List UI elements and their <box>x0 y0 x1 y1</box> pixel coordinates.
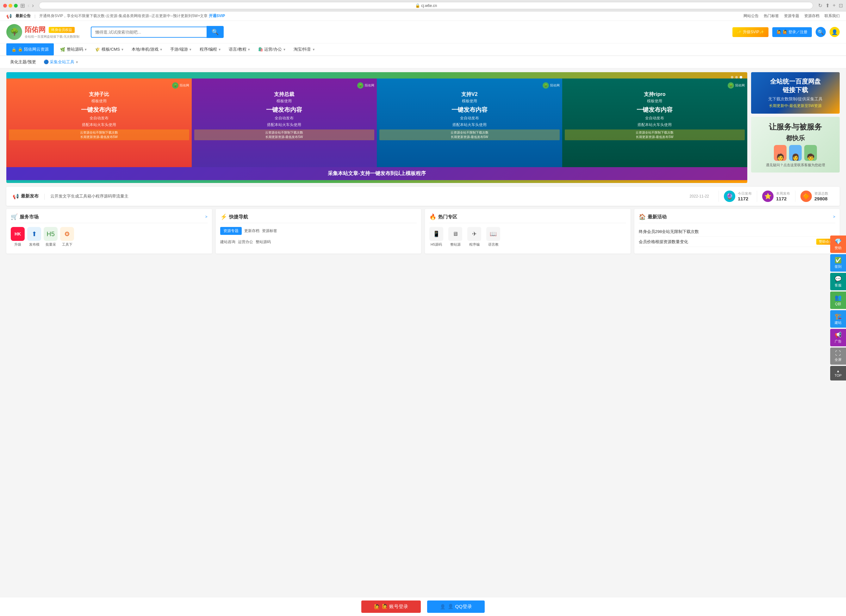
batch-icon: H5 <box>44 227 57 241</box>
ann-svip-link[interactable]: 开通SVIP <box>209 13 225 18</box>
dot-1[interactable] <box>731 76 733 78</box>
service-more[interactable]: > <box>205 215 207 219</box>
card1-main: 一键发布内容 <box>81 106 117 114</box>
card2-footer: 云资源全站不限制下载次数长期更新资源-最低发布5W <box>194 129 375 140</box>
quick-nav-link-ops[interactable]: 运营办公 <box>238 238 253 246</box>
main-nav: 🔒 🔒 陌佑网云资源 🌿 整站源码 ▼ 🌾 模板/CMS ▼ 本地/单机/游戏 … <box>0 43 846 56</box>
vip-badge: 终身会员权益 <box>49 27 75 33</box>
activity-list: 终身会员298全站无限制下载次数 会员价格根据资源数量变化 赞助会员 <box>639 227 836 247</box>
share-btn[interactable]: ⬆ <box>825 3 830 9</box>
nav-topics[interactable]: 资源专题 <box>784 13 799 19</box>
card3-footer: 云资源全站不限制下载次数长期更新资源-最低发布5W <box>379 129 560 140</box>
stat-week: ⭐ 本周发布 1172 <box>757 191 795 202</box>
service-title: 🛒 服务市场 <box>11 213 38 220</box>
activity-header: 🏠 最新活动 > <box>639 213 836 223</box>
float-sponsor-btn[interactable]: 💎 赞助 <box>830 235 846 253</box>
service-item-tools[interactable]: ⚙ 工具下 <box>60 227 74 247</box>
quick-nav-section: ⚡ 快捷导航 资源专题 更新存档 资源标签 建站咨询 运营办公 整站源码 <box>216 209 422 254</box>
nav-tags[interactable]: 热门标签 <box>764 13 779 19</box>
sidebar-toggle[interactable]: ⊞ <box>20 2 25 9</box>
activity-title: 🏠 最新活动 <box>639 213 667 220</box>
ad-box1[interactable]: 全站统一百度网盘链接下载 无下载次数限制/提供采集工具 长期更新中-最低更新至5… <box>751 72 840 114</box>
nav-item-source-code[interactable]: 🌿 整站源码 ▼ <box>56 43 91 55</box>
carousel-card-4: 🌳 陌佑网 支持ripro 模板使用 一键发布内容 全自动发布 搭配本站火车头使… <box>562 78 748 167</box>
ann-text: 开通终身SVIP，享全站不限量下载次数-云资源-集成各类网络资源--正在更新中-… <box>39 13 740 19</box>
quick-nav-btns: 资源专题 更新存档 资源标签 <box>220 227 417 235</box>
latest-icon: 📢 <box>13 193 19 199</box>
forward-btn[interactable]: › <box>32 2 34 9</box>
quick-nav-link-tags[interactable]: 资源标签 <box>262 227 277 235</box>
card4-desc1: 全自动发布 <box>645 116 664 121</box>
card3-logo: 🌳 陌佑网 <box>379 82 560 89</box>
cloud-resources-btn[interactable]: 🔒 🔒 陌佑网云资源 <box>6 43 54 55</box>
card4-title: 支持ripro <box>644 91 665 98</box>
minimize-btn[interactable] <box>9 4 12 7</box>
card2-logo: 🌳 陌佑网 <box>194 82 375 89</box>
refresh-btn[interactable]: ↻ <box>818 3 822 9</box>
search-input[interactable] <box>91 26 207 38</box>
nav-item-collect-tool[interactable]: 🔵 采集全站工具 ▼ <box>40 56 82 68</box>
nav-item-programming[interactable]: 程序/编程 ▼ <box>196 43 225 55</box>
service-item-batch[interactable]: H5 批量采 <box>44 227 57 247</box>
card1-sub: 模板使用 <box>91 99 107 104</box>
new-tab-btn[interactable]: + <box>833 3 836 9</box>
dot-2[interactable] <box>735 76 738 78</box>
card4-logo: 🌳 陌佑网 <box>565 82 745 89</box>
activity-more[interactable]: > <box>833 215 835 219</box>
nav-item-language[interactable]: 语言/教程 ▼ <box>225 43 254 55</box>
search-icon-btn[interactable]: 🔍 <box>816 27 826 37</box>
card3-sub: 模板使用 <box>462 99 477 104</box>
nav-item-cms[interactable]: 🌾 模板/CMS ▼ <box>91 43 128 55</box>
quick-nav-header: ⚡ 快捷导航 <box>220 213 417 223</box>
carousel[interactable]: 🌳 陌佑网 支持子比 模板使用 一键发布内容 全自动发布 搭配本站火车头使用 云… <box>6 72 747 183</box>
publish-label: 发布模 <box>29 242 40 247</box>
nav-item-ecommerce[interactable]: 淘宝/抖音 ▼ <box>290 43 319 55</box>
search-button[interactable]: 🔍 <box>207 26 224 38</box>
card1-footer: 云资源全站不限制下载次数长期更新资源-最低发布5W <box>9 129 189 140</box>
nav-notice[interactable]: 网站公告 <box>743 13 759 19</box>
svip-button[interactable]: ✨升级SVIP✨ <box>733 27 768 37</box>
nav-item-operations[interactable]: 🛍️ 运营/办公 ▼ <box>254 43 290 55</box>
card3-main: 一键发布内容 <box>451 106 488 114</box>
back-btn[interactable]: ‹ <box>28 2 29 9</box>
quick-nav-link-archive[interactable]: 更新存档 <box>244 227 259 235</box>
nav-archive[interactable]: 资源存档 <box>804 13 820 19</box>
service-item-publish[interactable]: ⬆ 发布模 <box>27 227 41 247</box>
logo-text: 陌佑网 终身会员权益 全站统一百度网盘链接下载-无次数限制 <box>25 25 79 39</box>
service-item-upgrade[interactable]: HK 升级 <box>11 227 25 247</box>
search-bar: 🔍 <box>91 26 224 38</box>
stat-today-icon: 🔮 <box>724 191 735 202</box>
more-btn[interactable]: ⊡ <box>839 3 843 9</box>
address-bar[interactable]: 🔒 cj.w6e.cn <box>39 2 813 9</box>
maximize-btn[interactable] <box>14 4 18 7</box>
activity-item-2: 会员价格根据资源数量变化 赞助会员 <box>639 237 836 247</box>
hot-item-prog[interactable]: ✈ 程序编 <box>467 227 481 247</box>
close-btn[interactable] <box>3 4 7 7</box>
card3-desc2: 搭配本站火车头使用 <box>452 122 486 128</box>
login-register-button[interactable]: 🙋🙋 登录／注册 <box>772 27 812 37</box>
stats-bar: 📢 最新发布 | 云开发文字生成工具箱小程序源码带流量主 2022-11-22 … <box>6 187 840 206</box>
hot-item-h5[interactable]: 📱 H5源码 <box>429 227 443 247</box>
nav-contact[interactable]: 联系我们 <box>824 13 840 19</box>
nav-item-mobile-games[interactable]: 手游/端游 ▼ <box>166 43 196 55</box>
dot-3[interactable] <box>740 76 742 78</box>
hot-item-lang[interactable]: 📖 语言教 <box>486 227 500 247</box>
ad2-sub: 都快乐 <box>756 134 834 143</box>
header: 🌳 陌佑网 终身会员权益 全站统一百度网盘链接下载-无次数限制 🔍 ✨升级SVI… <box>0 21 846 43</box>
float-checkin-btn[interactable]: ✅ 签到 <box>830 254 846 260</box>
h5-label: H5源码 <box>430 242 442 247</box>
card1-desc2: 搭配本站火车头使用 <box>82 122 116 128</box>
quick-nav-link-consult[interactable]: 建站咨询 <box>220 238 235 246</box>
quick-nav-link-source[interactable]: 整站源码 <box>256 238 271 246</box>
ad-box2[interactable]: 让服务与被服务 都快乐 🧑 👩 🧒 遇见疑问？点击这里联系客服为您处理 <box>751 117 840 172</box>
window-controls[interactable] <box>3 4 18 7</box>
logo-subtitle: 全站统一百度网盘链接下载-无次数限制 <box>25 34 79 39</box>
user-icon-btn[interactable]: 👤 <box>830 27 840 37</box>
activity-text-2: 会员价格根据资源数量变化 <box>639 239 688 245</box>
quick-nav-btn-topics[interactable]: 资源专题 <box>220 227 242 235</box>
card2-desc2: 搭配本站火车头使用 <box>267 122 301 128</box>
hot-item-source[interactable]: 🖥 整站源 <box>448 227 462 247</box>
nav-item-games[interactable]: 本地/单机/游戏 ▼ <box>128 43 166 55</box>
stat-week-icon: ⭐ <box>762 191 774 202</box>
nav-item-themes[interactable]: 美化主题/预更 <box>6 56 40 68</box>
